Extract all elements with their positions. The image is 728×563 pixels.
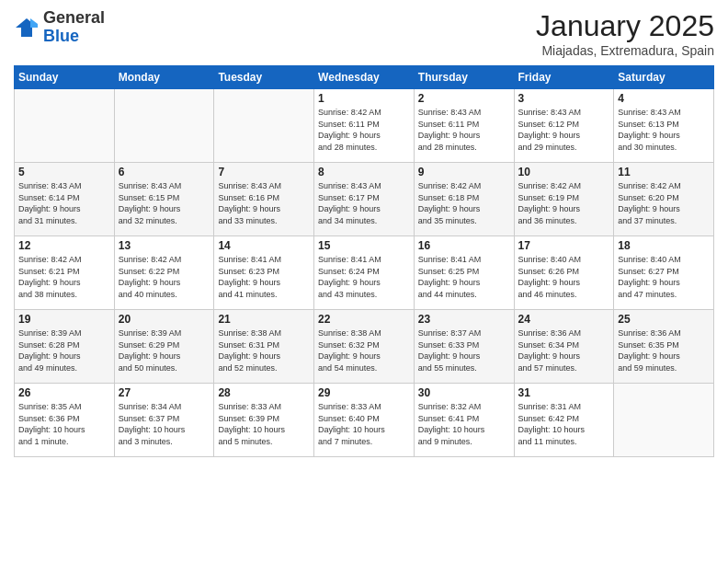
day-number: 9 <box>418 166 510 178</box>
day-info: Sunrise: 8:43 AM Sunset: 6:16 PM Dayligh… <box>218 180 310 226</box>
day-number: 13 <box>119 239 210 252</box>
cell-0-5: 3Sunrise: 8:43 AM Sunset: 6:12 PM Daylig… <box>514 89 614 163</box>
cell-3-1: 20Sunrise: 8:39 AM Sunset: 6:29 PM Dayli… <box>114 310 214 384</box>
cell-3-2: 21Sunrise: 8:38 AM Sunset: 6:31 PM Dayli… <box>214 310 314 384</box>
day-number: 17 <box>518 239 610 252</box>
header-saturday: Saturday <box>614 66 714 89</box>
cell-1-6: 11Sunrise: 8:42 AM Sunset: 6:20 PM Dayli… <box>614 163 714 236</box>
day-number: 4 <box>618 92 710 105</box>
day-info: Sunrise: 8:35 AM Sunset: 6:36 PM Dayligh… <box>18 401 110 447</box>
cell-1-3: 8Sunrise: 8:43 AM Sunset: 6:17 PM Daylig… <box>314 163 415 236</box>
day-number: 8 <box>318 166 410 178</box>
day-info: Sunrise: 8:42 AM Sunset: 6:20 PM Dayligh… <box>618 180 710 226</box>
header-row: Sunday Monday Tuesday Wednesday Thursday… <box>15 66 714 89</box>
day-number: 2 <box>418 92 510 105</box>
day-info: Sunrise: 8:43 AM Sunset: 6:17 PM Dayligh… <box>318 180 410 226</box>
day-number: 14 <box>218 239 310 252</box>
cell-0-2 <box>214 89 314 163</box>
day-number: 5 <box>18 166 110 178</box>
day-info: Sunrise: 8:39 AM Sunset: 6:29 PM Dayligh… <box>119 327 210 373</box>
cell-2-0: 12Sunrise: 8:42 AM Sunset: 6:21 PM Dayli… <box>15 236 115 310</box>
day-number: 16 <box>418 239 510 252</box>
day-number: 7 <box>218 166 310 178</box>
header-sunday: Sunday <box>15 66 115 89</box>
day-info: Sunrise: 8:42 AM Sunset: 6:22 PM Dayligh… <box>119 254 210 300</box>
day-number: 28 <box>218 386 310 399</box>
calendar-table: Sunday Monday Tuesday Wednesday Thursday… <box>14 65 714 457</box>
cell-3-4: 23Sunrise: 8:37 AM Sunset: 6:33 PM Dayli… <box>414 310 514 384</box>
day-info: Sunrise: 8:40 AM Sunset: 6:27 PM Dayligh… <box>618 254 710 300</box>
cell-1-1: 6Sunrise: 8:43 AM Sunset: 6:15 PM Daylig… <box>114 163 214 236</box>
cell-0-0 <box>15 89 115 163</box>
cell-2-3: 15Sunrise: 8:41 AM Sunset: 6:24 PM Dayli… <box>314 236 415 310</box>
day-number: 18 <box>618 239 710 252</box>
cell-4-1: 27Sunrise: 8:34 AM Sunset: 6:37 PM Dayli… <box>114 384 214 457</box>
page: General Blue January 2025 Miajadas, Extr… <box>0 0 728 563</box>
day-info: Sunrise: 8:37 AM Sunset: 6:33 PM Dayligh… <box>418 327 510 373</box>
day-number: 3 <box>518 92 610 105</box>
day-info: Sunrise: 8:43 AM Sunset: 6:13 PM Dayligh… <box>618 107 710 153</box>
cell-4-6 <box>614 384 714 457</box>
logo-icon <box>14 15 40 40</box>
svg-marker-1 <box>30 18 38 28</box>
cell-1-0: 5Sunrise: 8:43 AM Sunset: 6:14 PM Daylig… <box>15 163 115 236</box>
cell-2-1: 13Sunrise: 8:42 AM Sunset: 6:22 PM Dayli… <box>114 236 214 310</box>
cell-0-1 <box>114 89 214 163</box>
cell-4-3: 29Sunrise: 8:33 AM Sunset: 6:40 PM Dayli… <box>314 384 415 457</box>
cell-4-5: 31Sunrise: 8:31 AM Sunset: 6:42 PM Dayli… <box>514 384 614 457</box>
logo-general-text: General <box>43 8 105 27</box>
cell-2-6: 18Sunrise: 8:40 AM Sunset: 6:27 PM Dayli… <box>614 236 714 310</box>
header-friday: Friday <box>514 66 614 89</box>
day-number: 26 <box>18 386 110 399</box>
day-number: 1 <box>318 92 410 105</box>
cell-3-0: 19Sunrise: 8:39 AM Sunset: 6:28 PM Dayli… <box>15 310 115 384</box>
day-info: Sunrise: 8:33 AM Sunset: 6:39 PM Dayligh… <box>218 401 310 447</box>
day-info: Sunrise: 8:42 AM Sunset: 6:21 PM Dayligh… <box>18 254 110 300</box>
cell-3-6: 25Sunrise: 8:36 AM Sunset: 6:35 PM Dayli… <box>614 310 714 384</box>
day-info: Sunrise: 8:40 AM Sunset: 6:26 PM Dayligh… <box>518 254 610 300</box>
day-info: Sunrise: 8:42 AM Sunset: 6:19 PM Dayligh… <box>518 180 610 226</box>
day-number: 6 <box>119 166 210 178</box>
cell-0-4: 2Sunrise: 8:43 AM Sunset: 6:11 PM Daylig… <box>414 89 514 163</box>
day-info: Sunrise: 8:43 AM Sunset: 6:12 PM Dayligh… <box>518 107 610 153</box>
day-number: 19 <box>18 313 110 326</box>
header-thursday: Thursday <box>414 66 514 89</box>
header-wednesday: Wednesday <box>314 66 415 89</box>
day-info: Sunrise: 8:43 AM Sunset: 6:15 PM Dayligh… <box>119 180 210 226</box>
cell-4-0: 26Sunrise: 8:35 AM Sunset: 6:36 PM Dayli… <box>15 384 115 457</box>
day-info: Sunrise: 8:32 AM Sunset: 6:41 PM Dayligh… <box>418 401 510 447</box>
day-info: Sunrise: 8:36 AM Sunset: 6:35 PM Dayligh… <box>618 327 710 373</box>
cell-2-4: 16Sunrise: 8:41 AM Sunset: 6:25 PM Dayli… <box>414 236 514 310</box>
day-number: 23 <box>418 313 510 326</box>
day-info: Sunrise: 8:42 AM Sunset: 6:18 PM Dayligh… <box>418 180 510 226</box>
day-info: Sunrise: 8:41 AM Sunset: 6:24 PM Dayligh… <box>318 254 410 300</box>
cell-3-5: 24Sunrise: 8:36 AM Sunset: 6:34 PM Dayli… <box>514 310 614 384</box>
week-row-3: 19Sunrise: 8:39 AM Sunset: 6:28 PM Dayli… <box>15 310 714 384</box>
header-monday: Monday <box>114 66 214 89</box>
day-info: Sunrise: 8:39 AM Sunset: 6:28 PM Dayligh… <box>18 327 110 373</box>
day-info: Sunrise: 8:38 AM Sunset: 6:32 PM Dayligh… <box>318 327 410 373</box>
cell-4-2: 28Sunrise: 8:33 AM Sunset: 6:39 PM Dayli… <box>214 384 314 457</box>
logo-blue-text: Blue <box>43 27 79 45</box>
cell-0-6: 4Sunrise: 8:43 AM Sunset: 6:13 PM Daylig… <box>614 89 714 163</box>
week-row-4: 26Sunrise: 8:35 AM Sunset: 6:36 PM Dayli… <box>15 384 714 457</box>
day-info: Sunrise: 8:36 AM Sunset: 6:34 PM Dayligh… <box>518 327 610 373</box>
header: General Blue January 2025 Miajadas, Extr… <box>14 9 714 58</box>
day-info: Sunrise: 8:31 AM Sunset: 6:42 PM Dayligh… <box>518 401 610 447</box>
cell-0-3: 1Sunrise: 8:42 AM Sunset: 6:11 PM Daylig… <box>314 89 415 163</box>
day-number: 20 <box>119 313 210 326</box>
calendar-subtitle: Miajadas, Extremadura, Spain <box>536 43 714 58</box>
title-block: January 2025 Miajadas, Extremadura, Spai… <box>536 9 714 58</box>
day-info: Sunrise: 8:41 AM Sunset: 6:23 PM Dayligh… <box>218 254 310 300</box>
day-info: Sunrise: 8:43 AM Sunset: 6:11 PM Dayligh… <box>418 107 510 153</box>
day-number: 27 <box>119 386 210 399</box>
week-row-2: 12Sunrise: 8:42 AM Sunset: 6:21 PM Dayli… <box>15 236 714 310</box>
logo-text: General Blue <box>43 9 105 46</box>
calendar-body: 1Sunrise: 8:42 AM Sunset: 6:11 PM Daylig… <box>15 89 714 457</box>
day-number: 11 <box>618 166 710 178</box>
day-number: 30 <box>418 386 510 399</box>
day-number: 22 <box>318 313 410 326</box>
calendar-title: January 2025 <box>536 9 714 43</box>
day-info: Sunrise: 8:33 AM Sunset: 6:40 PM Dayligh… <box>318 401 410 447</box>
day-number: 10 <box>518 166 610 178</box>
